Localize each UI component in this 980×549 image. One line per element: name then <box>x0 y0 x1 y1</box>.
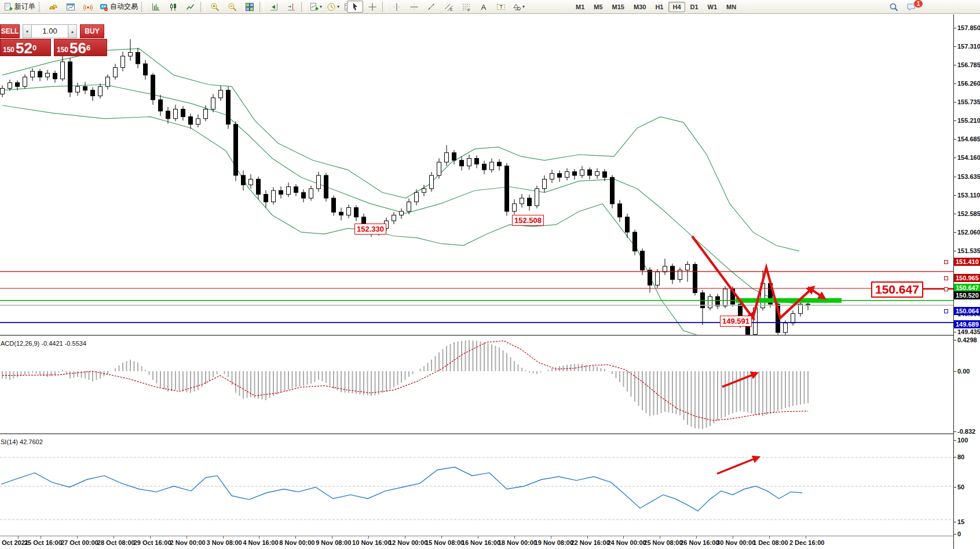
timeframe-d1-button[interactable]: D1 <box>686 2 703 12</box>
time-axis-label: 30 Nov 00:00 <box>716 539 755 546</box>
timeframe-h1-button[interactable]: H1 <box>651 2 667 12</box>
candle-body <box>392 215 396 221</box>
search-button[interactable] <box>886 1 902 13</box>
buy-button[interactable]: BUY <box>80 24 104 38</box>
zoom-out-button[interactable] <box>224 1 240 13</box>
sell-price-sup: 0 <box>32 39 36 57</box>
bar-chart-button[interactable] <box>148 1 164 13</box>
candle-body <box>648 270 652 285</box>
trendline-button[interactable] <box>423 1 440 13</box>
vertical-line-button[interactable] <box>389 1 405 13</box>
price-annotation-label: 149.591 <box>720 316 752 327</box>
macd-indicator-label: ACD(12,26,9) -0.4421 -0.5534 <box>1 340 86 347</box>
toolbar-tools-group: EFAT▾ <box>346 1 527 13</box>
candle-body <box>641 251 645 270</box>
sell-price-big: 52 <box>16 41 32 55</box>
signals-button[interactable] <box>80 1 96 13</box>
candle-body <box>98 86 103 96</box>
candle-body <box>618 204 622 217</box>
candle-body <box>114 68 118 77</box>
candle-body <box>588 170 592 175</box>
time-axis-label: 25 Oct 16:00 <box>24 539 62 546</box>
new-order-button[interactable]: 新订单 <box>2 1 37 13</box>
candle-body <box>520 198 524 204</box>
main-chart[interactable] <box>0 14 953 335</box>
candle-body <box>166 111 170 119</box>
new-chart-button[interactable]: ▾ <box>308 1 324 13</box>
macd-red-arrow[interactable] <box>722 374 756 387</box>
timeframe-mn-button[interactable]: MN <box>722 2 740 12</box>
chart-shift-button[interactable] <box>283 1 299 13</box>
line-handle-marker[interactable] <box>944 276 948 280</box>
axis-tick: 152.060 <box>954 228 980 236</box>
notifications-button[interactable]: 1 <box>903 1 919 13</box>
buy-price-display[interactable]: 150 56 6 <box>54 39 107 56</box>
time-axis-tick <box>551 536 551 539</box>
shapes-icon <box>512 2 521 12</box>
axis-tick: 149.435 <box>954 328 980 336</box>
candle-body <box>558 174 562 178</box>
red-arrow[interactable] <box>808 287 824 298</box>
sell-price-display[interactable]: 150 52 0 <box>0 39 51 56</box>
timeframe-w1-button[interactable]: W1 <box>704 2 722 12</box>
tile-windows-button[interactable] <box>242 1 258 13</box>
autotrading-icon <box>99 2 108 12</box>
rsi-red-arrow[interactable] <box>717 458 758 474</box>
timeframe-m1-button[interactable]: M1 <box>572 2 588 12</box>
green-resistance-zone[interactable] <box>736 298 842 303</box>
shapes-button[interactable]: ▾ <box>510 1 526 13</box>
equidistant-channel-button[interactable]: E <box>441 1 457 13</box>
charts-window-button[interactable] <box>63 1 79 13</box>
zoom-in-button[interactable] <box>207 1 223 13</box>
volume-input[interactable]: 1.00 <box>32 24 68 38</box>
axis-tick: 154.685 <box>954 135 980 143</box>
candle-body <box>257 179 261 194</box>
fibonacci-button[interactable]: F <box>458 1 474 13</box>
time-axis-tick <box>623 536 624 539</box>
timeframe-h4-button[interactable]: H4 <box>668 2 685 12</box>
price-axis[interactable]: 157.850157.310156.785156.260155.735155.2… <box>953 14 980 549</box>
timeframe-m5-button[interactable]: M5 <box>590 2 606 12</box>
cursor-button[interactable] <box>347 1 363 13</box>
candle-body <box>610 177 615 204</box>
text-button[interactable]: A <box>476 1 492 13</box>
mt4-window: 新订单自动交易▾▾▾ EFAT▾ M1M5M15M30H1H4D1W1MN 1 … <box>0 0 980 549</box>
candle-body <box>76 86 80 92</box>
crosshair-button[interactable] <box>364 1 381 13</box>
candle-body <box>211 98 215 109</box>
candle-body <box>294 187 298 193</box>
price-badge: 150.965 <box>954 274 980 282</box>
candle-body <box>174 109 178 119</box>
candlestick-chart-icon <box>169 2 178 12</box>
timeframe-m15-button[interactable]: M15 <box>608 2 628 12</box>
candlestick-chart-button[interactable] <box>165 1 181 13</box>
sell-button[interactable]: SELL <box>0 24 20 38</box>
time-axis[interactable]: Oct 202125 Oct 16:0027 Oct 00:0028 Oct 0… <box>0 536 953 549</box>
text-label-button[interactable]: T <box>493 1 509 13</box>
candle-body <box>38 71 42 77</box>
auto-scroll-button[interactable] <box>266 1 282 13</box>
volume-down-button[interactable]: ▼ <box>23 24 32 38</box>
axis-tick: 0.00 <box>954 367 970 375</box>
macd-pane[interactable] <box>0 337 953 433</box>
buy-price-sup: 6 <box>86 39 90 57</box>
line-chart-button[interactable] <box>182 1 199 13</box>
rsi-pane[interactable] <box>0 435 953 536</box>
profiles-button[interactable]: ▾ <box>325 1 341 13</box>
line-handle-marker[interactable] <box>944 287 948 291</box>
candle-body <box>83 86 87 90</box>
candle-body <box>452 153 456 160</box>
time-axis-label: 15 Nov 08:00 <box>425 539 464 546</box>
signals-icon <box>83 2 93 12</box>
timeframe-m30-button[interactable]: M30 <box>630 2 650 12</box>
volume-up-button[interactable]: ▲ <box>68 24 77 38</box>
horizontal-line-button[interactable] <box>406 1 422 13</box>
svg-text:F: F <box>468 8 470 12</box>
autotrading-button[interactable]: 自动交易 <box>97 1 140 13</box>
line-handle-marker[interactable] <box>944 309 948 313</box>
new-order-label: 新订单 <box>14 2 35 12</box>
line-handle-marker[interactable] <box>944 260 948 264</box>
toolbar-timeframes-group: M1M5M15M30H1H4D1W1MN <box>571 1 741 13</box>
gold-button[interactable] <box>45 1 61 13</box>
candle-body <box>415 192 419 202</box>
